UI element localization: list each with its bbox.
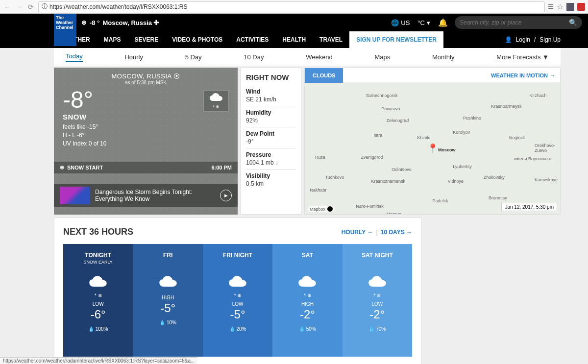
bookmark-star-icon[interactable]: ☆: [557, 2, 564, 11]
login-link[interactable]: Login: [516, 36, 530, 43]
nav-item-video-photos[interactable]: VIDEO & PHOTOS: [165, 31, 229, 48]
stat-humidity: Humidity92%: [246, 106, 296, 127]
map-marker-icon: 📍Moscow: [427, 143, 456, 154]
search-box[interactable]: 🔍: [455, 16, 582, 29]
subnav-item-maps[interactable]: Maps: [375, 53, 391, 61]
forecast-card[interactable]: SAT NIGHT * ❄LOW-2°💧 70%: [343, 244, 412, 357]
weather-in-motion-link[interactable]: WEATHER IN MOTION→: [486, 73, 560, 78]
hero-news[interactable]: Dangerous Ice Storm Begins Tonight: Ever…: [54, 184, 238, 207]
map-city-label: Ruza: [315, 155, 325, 160]
next-36-title: NEXT 36 HOURS: [63, 227, 133, 237]
map-city-label: Podolsk: [433, 198, 448, 203]
translate-icon[interactable]: ☰: [548, 3, 554, 10]
hero-condition: SNOW: [63, 113, 106, 121]
nav-newsletter[interactable]: SIGN UP FOR NEWSLETTER: [349, 31, 443, 48]
forecast-card[interactable]: SAT * ❄HIGH-2°💧 50%: [272, 244, 342, 357]
map-attribution: Mapboxi: [308, 206, 335, 212]
unit-select[interactable]: °C▾: [414, 19, 434, 26]
hero-strip[interactable]: ❄SNOW START 6:00 PM: [54, 162, 238, 173]
top-bar: The Weather Channel ❄ -8 ° Moscow, Russi…: [0, 14, 588, 31]
login-area: 👤 Login / Sign Up: [505, 36, 561, 43]
user-icon: 👤: [505, 36, 512, 43]
notifications-icon[interactable]: 🔔: [434, 18, 452, 27]
right-now-title: RIGHT NOW: [246, 73, 296, 81]
header-location[interactable]: ❄ -8 ° Moscow, Russia: [81, 19, 152, 26]
info-icon[interactable]: i: [327, 206, 333, 212]
map-city-label: имени Воровского: [514, 156, 551, 161]
forward-icon[interactable]: →: [15, 2, 24, 11]
browser-toolbar: ← → ⟳ ⓘ https://weather.com/weather/toda…: [0, 0, 588, 14]
search-icon[interactable]: 🔍: [569, 19, 577, 26]
subnav-item-more-forecasts-[interactable]: More Forecasts ▼: [496, 53, 549, 61]
signup-link[interactable]: Sign Up: [539, 36, 561, 43]
map-city-label: Zelenograd: [387, 118, 409, 123]
map-city-label: Naro-Fominsk: [356, 204, 384, 209]
hourly-link[interactable]: HOURLY →: [342, 229, 373, 236]
map-city-label: Zvenigorod: [361, 155, 383, 160]
map-city-label: Odintsovo: [392, 167, 412, 172]
nav-item-severe[interactable]: SEVERE: [127, 31, 165, 48]
map-city-label: Krasnoznamensk: [371, 179, 405, 184]
extension-icon-2[interactable]: [577, 3, 585, 11]
stat-wind: WindSE 21 km/h: [246, 85, 296, 106]
target-icon[interactable]: ⦿: [173, 73, 180, 80]
play-icon[interactable]: ▶: [220, 190, 232, 201]
hero-asof: as of 5:38 pm MSK: [54, 80, 238, 85]
map-city-label: Khimki: [417, 135, 430, 140]
hero-panel: MOSCOW, RUSSIA ⦿ as of 5:38 pm MSK -8° S…: [54, 68, 238, 215]
arrow-right-icon: →: [550, 73, 555, 78]
hero-location: MOSCOW, RUSSIA ⦿: [54, 68, 238, 80]
map-city-label: Mereva: [387, 212, 401, 214]
hero-details: feels like -15° H - L -6° UV Index 0 of …: [63, 123, 106, 147]
right-now-panel: RIGHT NOW WindSE 21 km/hHumidity92%Dew P…: [241, 68, 301, 215]
subnav-item-5-day[interactable]: 5 Day: [185, 53, 202, 61]
map-city-label: Krasnoarmeysk: [491, 104, 522, 109]
nav-item-maps[interactable]: MAPS: [97, 31, 128, 48]
news-thumbnail: [60, 187, 90, 204]
chevron-down-icon: ▾: [427, 19, 430, 26]
map-city-label: Povarovo: [381, 106, 400, 111]
reload-icon[interactable]: ⟳: [26, 2, 35, 11]
globe-icon: 🌐: [391, 19, 399, 26]
add-location-button[interactable]: ✚: [152, 18, 161, 27]
map-city-label: Korolyov: [453, 130, 470, 135]
subnav-item-weekend[interactable]: Weekend: [306, 53, 333, 61]
map-timestamp: Jan 12, 2017, 5:30 pm: [501, 203, 557, 211]
map-city-label: Nakhabr: [310, 188, 326, 193]
subnav-item-monthly[interactable]: Monthly: [432, 53, 455, 61]
url-bar[interactable]: ⓘ https://weather.com/weather/today/l/RS…: [38, 1, 545, 12]
map-city-label: Noginsk: [509, 135, 525, 140]
logo[interactable]: The Weather Channel: [54, 14, 76, 46]
map-city-label: Tuchkovo: [325, 175, 344, 180]
hero-condition-icon: * ❄: [203, 90, 229, 112]
back-icon[interactable]: ←: [3, 2, 12, 11]
news-title: Dangerous Ice Storm Begins Tonight: Ever…: [95, 189, 215, 202]
country-select[interactable]: 🌐 US: [387, 19, 414, 26]
search-input[interactable]: [460, 19, 569, 26]
extension-icon-1[interactable]: [566, 3, 574, 11]
forecast-card[interactable]: TONIGHTSNOW EARLY* ❄LOW-6°💧 100%: [63, 244, 133, 357]
info-icon: ⓘ: [42, 2, 48, 11]
main-nav: WEATHERMAPSSEVEREVIDEO & PHOTOSACTIVITIE…: [0, 31, 588, 48]
hero-temp: -8°: [63, 88, 106, 112]
map-city-label: Bronnitsy: [489, 195, 507, 200]
snowflake-icon: ❄: [81, 19, 87, 26]
map-city-label: Kirzhach: [529, 93, 546, 98]
url-text: https://weather.com/weather/today/l/RSXX…: [49, 3, 187, 10]
stat-dew-point: Dew Point-9°: [246, 127, 296, 148]
browser-status-bar: https://weather.com/weather/radar/intera…: [0, 357, 197, 364]
ten-days-link[interactable]: 10 DAYS →: [381, 229, 412, 236]
subnav-item-hourly[interactable]: Hourly: [124, 53, 143, 61]
map-city-label: Vidnoye: [448, 179, 464, 184]
subnav-item-10-day[interactable]: 10 Day: [244, 53, 264, 61]
nav-item-activities[interactable]: ACTIVITIES: [229, 31, 275, 48]
map-canvas[interactable]: 📍Moscow Jan 12, 2017, 5:30 pm Mapboxi So…: [305, 83, 560, 214]
stat-visibility: Visibility0.5 km: [246, 170, 296, 190]
forecast-card[interactable]: FRI HIGH-5°💧 10%: [133, 244, 202, 357]
nav-item-travel[interactable]: TRAVEL: [313, 31, 349, 48]
subnav-item-today[interactable]: Today: [66, 52, 83, 62]
forecast-card[interactable]: FRI NIGHT * ❄LOW-5°💧 20%: [203, 244, 272, 357]
map-tab-clouds[interactable]: CLOUDS: [305, 68, 343, 83]
sub-nav: TodayHourly5 Day10 DayWeekendMapsMonthly…: [54, 48, 561, 66]
nav-item-health[interactable]: HEALTH: [275, 31, 313, 48]
